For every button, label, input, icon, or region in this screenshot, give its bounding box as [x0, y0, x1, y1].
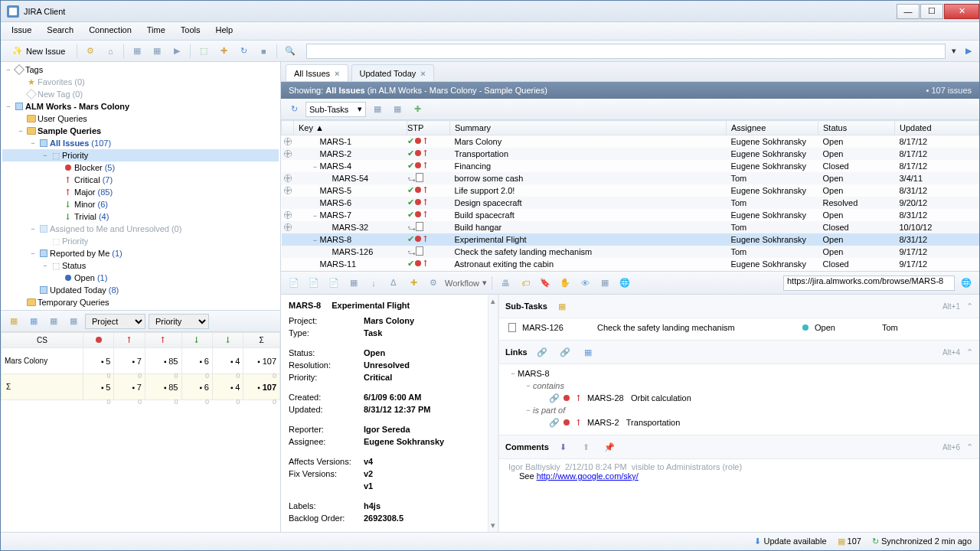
detail-icon[interactable]: 🖶: [497, 275, 514, 292]
col-stp[interactable]: STP: [407, 121, 450, 135]
table-row[interactable]: −MARS-8✔🠕Experimental FlightEugene Sokhr…: [282, 233, 979, 246]
comments-header[interactable]: Comments ⬇ ⬆ 📌 Alt+6⌃: [499, 435, 979, 459]
detail-icon[interactable]: 🏷: [517, 275, 534, 292]
toolbar-icon[interactable]: ▦: [129, 43, 145, 60]
stats-group1[interactable]: Project: [85, 314, 145, 329]
stats-icon[interactable]: ▦: [45, 313, 62, 330]
issue-table[interactable]: Key ▲ STP Summary Assignee Status Update…: [281, 120, 979, 272]
tree-user-queries[interactable]: User Queries: [2, 112, 279, 125]
table-row[interactable]: MARS-126⮑Check the safety landing mechan…: [282, 246, 979, 258]
tree-project[interactable]: −ALM Works - Mars Colony: [2, 100, 279, 112]
detail-browser-icon[interactable]: 🌐: [616, 275, 633, 292]
comment-link[interactable]: http://www.google.com/sky/: [537, 471, 639, 481]
toolbar-refresh-icon[interactable]: ↻: [235, 43, 252, 60]
refresh-icon[interactable]: ↻: [286, 101, 302, 118]
toolbar-icon[interactable]: ✚: [215, 43, 232, 60]
tree-temp-queries[interactable]: Temporary Queries: [2, 296, 279, 308]
detail-icon[interactable]: 📄: [286, 275, 302, 292]
tree-assigned[interactable]: −Assigned to Me and Unresolved(0): [2, 223, 279, 235]
search-icon[interactable]: 🔍: [282, 43, 299, 60]
tree-major[interactable]: 🠕Major(85): [2, 186, 279, 198]
menu-help[interactable]: Help: [208, 22, 241, 40]
detail-icon[interactable]: ▦: [345, 275, 362, 292]
tab-updated-today[interactable]: Updated Today×: [351, 64, 434, 81]
link-icon[interactable]: 🔗: [557, 344, 573, 360]
execute-search-icon[interactable]: ▶: [962, 45, 975, 57]
table-row[interactable]: −MARS-4✔🠕FinancingEugene SokhranskyClose…: [282, 160, 979, 172]
tab-close-icon[interactable]: ×: [420, 69, 425, 78]
toolbar-icon[interactable]: ▦: [389, 101, 406, 118]
maximize-button[interactable]: ☐: [920, 4, 943, 19]
table-row[interactable]: 𐃏MARS-54⮑borrow some cashTomOpen3/4/11: [282, 172, 979, 184]
detail-icon[interactable]: ✋: [557, 275, 573, 292]
link-rel-contains[interactable]: −contains: [508, 380, 973, 392]
detail-icon[interactable]: 🔖: [537, 275, 554, 292]
toolbar-stop-icon[interactable]: ■: [255, 43, 272, 60]
close-button[interactable]: ✕: [944, 4, 979, 19]
toolbar-play-icon[interactable]: ▶: [168, 43, 185, 60]
subtask-row[interactable]: MARS-126 Check the safety landing mechan…: [508, 321, 973, 334]
menu-time[interactable]: Time: [139, 22, 173, 40]
table-row[interactable]: 𐃏MARS-32⮑Build hangarTomClosed10/10/12: [282, 221, 979, 233]
stats-icon[interactable]: ▦: [65, 313, 82, 330]
detail-icon[interactable]: ᐃ: [385, 275, 402, 292]
link-item[interactable]: 🔗🠕 MARS-2 Transportation: [508, 416, 973, 429]
stats-group2[interactable]: Priority: [149, 314, 209, 329]
stats-hdr-sigma[interactable]: Σ: [243, 333, 280, 348]
tree-priority2[interactable]: ⬚Priority: [2, 235, 279, 247]
toolbar-icon[interactable]: ⬚: [195, 43, 212, 60]
table-row[interactable]: 𐃏MARS-1✔🠕Mars ColonyEugene SokhranskyOpe…: [282, 135, 979, 148]
detail-globe-icon[interactable]: 🌐: [958, 275, 975, 292]
tree-trivial[interactable]: 🠗Trivial(4): [2, 210, 279, 223]
menu-tools[interactable]: Tools: [173, 22, 208, 40]
col-summary[interactable]: Summary: [450, 121, 727, 135]
subtasks-header[interactable]: Sub-Tasks ▦ Alt+1⌃: [499, 295, 979, 318]
comment-pin-icon[interactable]: 📌: [601, 439, 618, 455]
comment-up-icon[interactable]: ⬆: [578, 439, 595, 455]
table-row[interactable]: 𐃏MARS-2✔🠕TransportationEugene Sokhransky…: [282, 148, 979, 160]
link-icon[interactable]: ▦: [580, 344, 596, 360]
update-available[interactable]: ⬇ Update available: [754, 536, 826, 546]
link-root[interactable]: −MARS-8: [508, 367, 973, 380]
stats-hdr-cs[interactable]: CS: [2, 333, 83, 348]
link-icon[interactable]: 🔗: [534, 344, 550, 360]
stats-icon[interactable]: ▦: [5, 313, 22, 330]
tree-blocker[interactable]: Blocker(5): [2, 161, 279, 174]
tree-all-issues[interactable]: −All Issues(107): [2, 137, 279, 149]
table-row[interactable]: 𐃏−MARS-7✔🠕Build spacecraftEugene Sokhran…: [282, 209, 979, 221]
tree-reported[interactable]: −Reported by Me(1): [2, 247, 279, 259]
link-item[interactable]: 🔗🠕 MARS-28 Orbit calculation: [508, 392, 973, 404]
detail-icon[interactable]: ✚: [405, 275, 422, 292]
toolbar-icon[interactable]: ⌂: [102, 43, 119, 60]
table-row[interactable]: MARS-6✔🠕Design spacecraftTomResolved9/20…: [282, 197, 979, 209]
tab-all-issues[interactable]: All Issues×: [286, 64, 348, 81]
tree-updated-today[interactable]: Updated Today(8): [2, 284, 279, 296]
link-rel-partof[interactable]: −is part of: [508, 404, 973, 416]
col-status[interactable]: Status: [818, 121, 895, 135]
subtasks-selector[interactable]: Sub-Tasks▾: [305, 102, 366, 117]
tree-sample-queries[interactable]: −Sample Queries: [2, 125, 279, 137]
stats-icon[interactable]: ▦: [25, 313, 42, 330]
detail-icon[interactable]: ▦: [596, 275, 613, 292]
menu-issue[interactable]: Issue: [4, 22, 39, 40]
toolbar-icon[interactable]: ▦: [149, 43, 165, 60]
menu-connection[interactable]: Connection: [81, 22, 139, 40]
table-row[interactable]: MARS-11✔🠕Astronaut exiting the cabinEuge…: [282, 258, 979, 270]
table-row[interactable]: 𐃏MARS-5✔🠕Life support 2.0!Eugene Sokhran…: [282, 184, 979, 197]
add-subtask-icon[interactable]: ▦: [554, 298, 570, 315]
tree-favorites[interactable]: ★Favorites(0): [2, 76, 279, 88]
col-assignee[interactable]: Assignee: [727, 121, 818, 135]
col-updated[interactable]: Updated: [895, 121, 979, 135]
col-key[interactable]: Key ▲: [294, 121, 407, 135]
issue-url-input[interactable]: [783, 276, 955, 291]
search-input[interactable]: [306, 44, 946, 59]
comment-down-icon[interactable]: ⬇: [555, 439, 572, 455]
nav-tree[interactable]: −Tags ★Favorites(0) New Tag(0) −ALM Work…: [1, 62, 280, 310]
tree-tags[interactable]: −Tags: [2, 64, 279, 76]
tree-newtag[interactable]: New Tag(0): [2, 88, 279, 100]
toolbar-icon[interactable]: ✚: [409, 101, 426, 118]
tab-close-icon[interactable]: ×: [335, 69, 339, 78]
toolbar-icon[interactable]: ▦: [369, 101, 386, 118]
detail-icon[interactable]: ⚙: [425, 275, 442, 292]
menu-search[interactable]: Search: [39, 22, 81, 40]
